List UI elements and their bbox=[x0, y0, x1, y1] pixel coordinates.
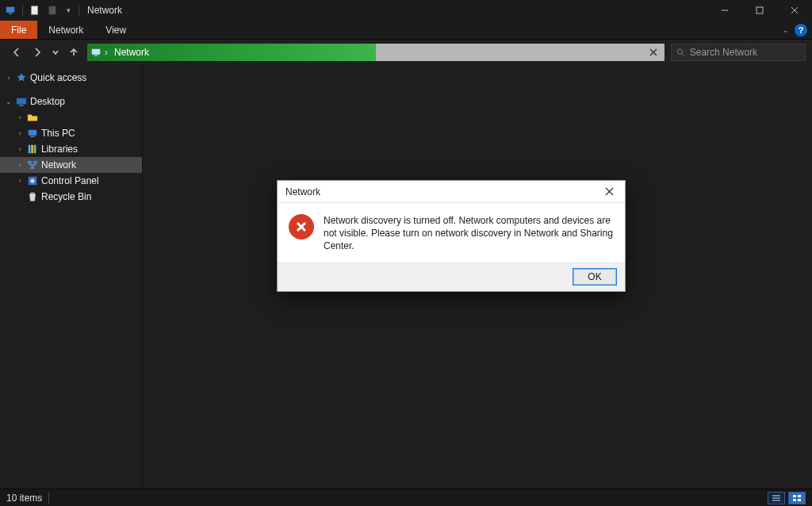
window-controls bbox=[707, 0, 812, 21]
tab-network[interactable]: Network bbox=[37, 21, 94, 39]
svg-rect-15 bbox=[19, 105, 23, 105]
titlebar: ▾ Network bbox=[0, 0, 812, 21]
pc-icon bbox=[27, 128, 38, 139]
back-button[interactable] bbox=[10, 45, 24, 59]
svg-rect-22 bbox=[33, 161, 37, 164]
large-icons-view-button[interactable] bbox=[788, 492, 806, 504]
ribbon-collapse-icon[interactable]: ⌄ bbox=[782, 26, 790, 34]
svg-rect-9 bbox=[94, 56, 98, 56]
network-icon bbox=[27, 159, 38, 171]
recent-locations-button[interactable] bbox=[51, 45, 60, 59]
svg-rect-2 bbox=[32, 6, 38, 15]
caret-down-icon: ⌄ bbox=[5, 98, 13, 105]
address-progress: › Network bbox=[87, 44, 376, 61]
svg-rect-31 bbox=[798, 495, 801, 497]
sidebar-item-desktop[interactable]: ⌄ Desktop bbox=[0, 94, 142, 109]
caret-right-icon: › bbox=[16, 145, 24, 153]
status-items-count: 10 items bbox=[6, 493, 42, 504]
qat-dropdown-icon[interactable]: ▾ bbox=[64, 6, 72, 14]
breadcrumb[interactable]: Network bbox=[114, 47, 149, 58]
stop-refresh-button[interactable] bbox=[647, 46, 660, 59]
sidebar-item-label: Recycle Bin bbox=[41, 191, 91, 202]
sidebar-item-label: Network bbox=[41, 159, 76, 171]
svg-line-13 bbox=[682, 54, 684, 56]
minimize-button[interactable] bbox=[707, 0, 742, 21]
svg-rect-19 bbox=[31, 145, 33, 154]
ribbon-tabs: File Network View ⌄ ? bbox=[0, 21, 812, 40]
dialog-title: Network bbox=[285, 186, 320, 197]
error-icon bbox=[289, 214, 314, 240]
svg-rect-5 bbox=[756, 7, 763, 13]
error-dialog: Network Network discovery is turned off.… bbox=[277, 180, 626, 292]
sidebar-item-label: Control Panel bbox=[41, 175, 99, 186]
dialog-message: Network discovery is turned off. Network… bbox=[324, 214, 614, 253]
sidebar-item-label: Quick access bbox=[30, 72, 86, 83]
search-box[interactable] bbox=[671, 44, 806, 61]
sidebar-item-label: Desktop bbox=[30, 96, 65, 107]
window-title: Network bbox=[87, 5, 122, 16]
close-button[interactable] bbox=[777, 0, 812, 21]
caret-right-icon: › bbox=[16, 113, 24, 121]
navigation-bar: › Network bbox=[0, 40, 812, 65]
svg-rect-17 bbox=[30, 136, 34, 137]
sidebar-item-libraries[interactable]: › Libraries bbox=[0, 141, 142, 157]
status-bar: 10 items bbox=[0, 489, 812, 506]
search-icon bbox=[676, 48, 685, 57]
svg-point-12 bbox=[677, 49, 682, 54]
sidebar-item-label: This PC bbox=[41, 128, 75, 139]
search-input[interactable] bbox=[690, 47, 800, 58]
tab-view[interactable]: View bbox=[94, 21, 137, 39]
dialog-titlebar[interactable]: Network bbox=[278, 181, 625, 203]
recycle-bin-icon bbox=[27, 191, 38, 202]
caret-right-icon: › bbox=[16, 129, 24, 137]
document-icon[interactable] bbox=[29, 5, 40, 16]
desktop-icon bbox=[16, 96, 27, 107]
svg-rect-0 bbox=[6, 7, 15, 13]
svg-point-25 bbox=[30, 178, 34, 182]
caret-right-icon: › bbox=[16, 177, 24, 185]
svg-rect-30 bbox=[793, 495, 796, 497]
caret-right-icon: › bbox=[16, 161, 24, 169]
details-view-button[interactable] bbox=[768, 492, 785, 504]
tab-file[interactable]: File bbox=[0, 21, 37, 39]
forward-button[interactable] bbox=[30, 45, 44, 59]
sidebar-item-this-pc[interactable]: › This PC bbox=[0, 125, 142, 141]
svg-rect-23 bbox=[30, 167, 34, 170]
sidebar-item-recycle-bin[interactable]: › Recycle Bin bbox=[0, 189, 142, 205]
quick-access-toolbar: ▾ bbox=[5, 5, 79, 16]
dialog-footer: OK bbox=[278, 263, 625, 291]
network-icon bbox=[5, 5, 16, 16]
control-panel-icon bbox=[27, 175, 38, 186]
sidebar-item-network[interactable]: › Network bbox=[0, 157, 142, 173]
svg-rect-14 bbox=[17, 98, 26, 105]
maximize-button[interactable] bbox=[742, 0, 777, 21]
network-icon bbox=[90, 47, 102, 58]
paste-disabled-icon bbox=[47, 5, 58, 16]
svg-rect-21 bbox=[28, 161, 32, 164]
separator bbox=[22, 5, 23, 16]
sidebar-item-quick-access[interactable]: › Quick access bbox=[0, 70, 142, 86]
user-folder-icon bbox=[27, 112, 38, 123]
svg-rect-26 bbox=[30, 193, 34, 194]
sidebar-item-label: Libraries bbox=[41, 144, 78, 155]
svg-rect-20 bbox=[34, 145, 36, 154]
svg-rect-32 bbox=[793, 499, 796, 501]
svg-rect-1 bbox=[9, 13, 12, 14]
ok-button[interactable]: OK bbox=[573, 268, 617, 286]
svg-rect-16 bbox=[29, 130, 37, 136]
separator bbox=[79, 5, 79, 16]
dialog-close-button[interactable] bbox=[601, 184, 617, 200]
sidebar-item-control-panel[interactable]: › Control Panel bbox=[0, 173, 142, 189]
chevron-right-icon: › bbox=[105, 47, 108, 58]
sidebar-item-user-folder[interactable]: › bbox=[0, 109, 142, 125]
svg-rect-8 bbox=[92, 49, 101, 55]
address-bar[interactable]: › Network bbox=[87, 44, 665, 61]
separator bbox=[48, 493, 49, 504]
svg-rect-18 bbox=[29, 145, 31, 154]
up-button[interactable] bbox=[67, 45, 81, 59]
svg-rect-33 bbox=[798, 499, 801, 501]
caret-right-icon: › bbox=[5, 74, 13, 82]
svg-rect-3 bbox=[49, 6, 56, 15]
help-button[interactable]: ? bbox=[795, 24, 807, 36]
star-icon bbox=[16, 72, 27, 83]
